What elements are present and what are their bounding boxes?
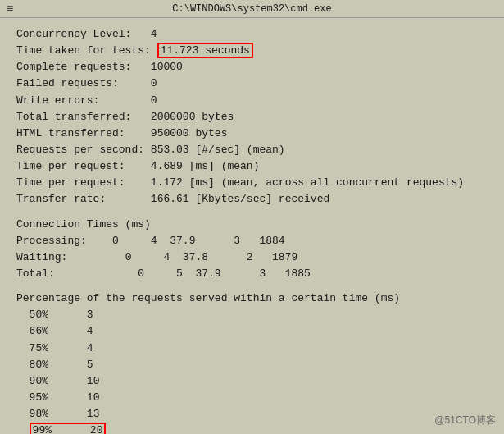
label-tpr2: Time per request: [16, 176, 151, 189]
terminal-content: Concurrency Level: 4 Time taken for test… [0, 18, 504, 434]
val-time-taken: 11.723 seconds [157, 43, 253, 58]
label-time-taken: Time taken for tests: [16, 44, 157, 57]
watermark: @51CTO博客 [434, 413, 496, 427]
val-processing: 0 4 37.9 3 1884 [99, 235, 284, 247]
pct-90-val: 10 [87, 375, 100, 387]
val-total: 0 5 37.9 3 1885 [99, 267, 310, 280]
pct-50-val: 3 [87, 308, 93, 321]
menu-icon[interactable]: ≡ [7, 2, 13, 16]
label-transfer-rate: Transfer rate: [16, 193, 151, 205]
pct-98-label: 98% [30, 408, 48, 420]
label-total-transferred: Total transferred: [16, 111, 151, 123]
pct-95-val: 10 [87, 391, 100, 404]
pct-75-label: 75% [30, 342, 48, 354]
val-waiting: 0 4 37.8 2 1879 [99, 251, 297, 263]
pct-99-highlighted: 99% 20 [30, 423, 107, 434]
label-write: Write errors: [16, 94, 151, 107]
val-transfer-rate: 166.61 [Kbytes/sec] received [151, 193, 329, 205]
pct-90: 90% 10 [16, 373, 488, 390]
percentage-header: Percentage of the requests served within… [16, 290, 488, 307]
pct-80: 80% 5 [16, 357, 488, 373]
label-waiting: Waiting: [16, 251, 99, 263]
val-tpr1: 4.689 [ms] (mean) [151, 160, 260, 172]
line-failed: Failed requests: 0 [16, 75, 488, 92]
val-write: 0 [151, 94, 157, 107]
line-tpr1: Time per request: 4.689 [ms] (mean) [16, 158, 488, 175]
titlebar: ≡ C:\WINDOWS\system32\cmd.exe [0, 0, 504, 18]
pct-98-val: 13 [87, 408, 100, 420]
pct-75-val: 4 [87, 342, 93, 354]
label-processing: Processing: [16, 235, 99, 247]
window-title: C:\WINDOWS\system32\cmd.exe [172, 3, 331, 15]
label-total: Total: [16, 267, 99, 280]
pct-99-label: 99% [33, 424, 52, 434]
val-complete: 10000 [151, 61, 183, 73]
pct-99: 99% 20 [16, 423, 488, 434]
line-transfer-rate: Transfer rate: 166.61 [Kbytes/sec] recei… [16, 191, 488, 208]
connection-times-row-total: Total: 0 5 37.9 3 1885 [16, 266, 488, 282]
pct-50: 50% 3 [16, 307, 488, 323]
pct-98: 98% 13 [16, 406, 488, 423]
line-time-taken: Time taken for tests: 11.723 seconds [16, 43, 488, 59]
line-write: Write errors: 0 [16, 93, 488, 109]
pct-50-label: 50% [30, 308, 48, 321]
line-complete: Complete requests: 10000 [16, 59, 488, 75]
pct-66: 66% 4 [16, 323, 488, 340]
connection-times-row-processing: Processing: 0 4 37.9 3 1884 [16, 233, 488, 249]
pct-80-val: 5 [87, 359, 93, 371]
label-tpr1: Time per request: [16, 160, 151, 172]
val-rps: 853.03 [#/sec] (mean) [151, 144, 285, 156]
val-failed: 0 [151, 77, 157, 89]
pct-80-label: 80% [30, 359, 48, 371]
pct-95: 95% 10 [16, 390, 488, 406]
connection-times-header: Connection Times (ms) [16, 217, 488, 233]
window: ≡ C:\WINDOWS\system32\cmd.exe Concurrenc… [0, 0, 504, 434]
pct-66-val: 4 [87, 325, 93, 337]
pct-66-label: 66% [30, 325, 48, 337]
label-concurrency: Concurrency Level: [16, 28, 151, 40]
val-concurrency: 4 [151, 28, 157, 40]
line-concurrency: Concurrency Level: 4 [16, 26, 488, 43]
pct-95-label: 95% [30, 391, 48, 404]
line-html-transferred: HTML transferred: 950000 bytes [16, 126, 488, 142]
label-html-transferred: HTML transferred: [16, 127, 151, 139]
label-rps: Requests per second: [16, 144, 151, 156]
label-complete: Complete requests: [16, 61, 151, 73]
val-total-transferred: 2000000 bytes [151, 111, 234, 123]
connection-times-row-waiting: Waiting: 0 4 37.8 2 1879 [16, 249, 488, 266]
pct-90-label: 90% [30, 375, 48, 387]
line-total-transferred: Total transferred: 2000000 bytes [16, 109, 488, 126]
pct-75: 75% 4 [16, 340, 488, 357]
line-rps: Requests per second: 853.03 [#/sec] (mea… [16, 142, 488, 158]
label-failed: Failed requests: [16, 77, 151, 89]
line-tpr2: Time per request: 1.172 [ms] (mean, acro… [16, 175, 488, 191]
pct-99-val: 20 [90, 424, 103, 434]
val-html-transferred: 950000 bytes [151, 127, 228, 139]
val-tpr2: 1.172 [ms] (mean, across all concurrent … [151, 176, 464, 189]
